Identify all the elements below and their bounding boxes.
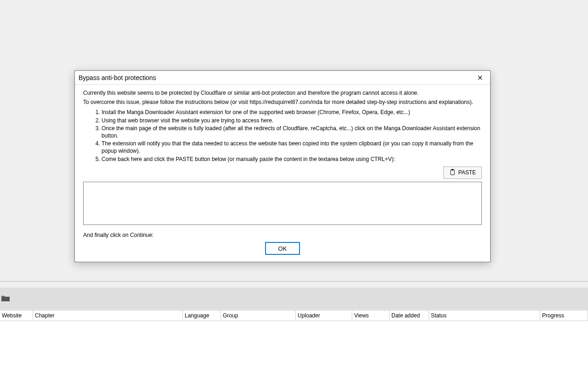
table-header: WebsiteChapterLanguageGroupUploaderViews… [0,310,588,321]
paste-textarea[interactable] [83,182,482,225]
close-button[interactable] [470,71,490,85]
dialog-titlebar[interactable]: Bypass anti-bot protections [75,71,490,85]
intro-text-2: To overcome this issue, please follow th… [83,98,482,106]
steps-list: Install the Manga Downloader Assistant e… [83,109,482,162]
paste-button-label: PASTE [458,169,476,176]
column-header[interactable]: Date added [390,310,429,321]
column-header[interactable]: Views [352,310,390,321]
final-text: And finally click on Continue: [83,231,482,239]
step-item: Using that web browser visit the website… [102,117,482,124]
bottom-toolbar [0,288,588,310]
folder-icon[interactable] [1,294,10,302]
step-item: Install the Manga Downloader Assistant e… [102,109,482,116]
table-body [0,321,588,368]
column-header[interactable]: Progress [540,310,588,321]
bypass-dialog: Bypass anti-bot protections Currently th… [74,70,491,262]
column-header[interactable]: Chapter [33,310,183,321]
intro-text-1: Currently this website seems to be prote… [83,89,482,97]
clipboard-icon [449,169,456,177]
column-header[interactable]: Uploader [296,310,352,321]
column-header[interactable]: Group [221,310,296,321]
dialog-title: Bypass anti-bot protections [79,74,156,81]
divider [0,281,588,282]
close-icon [478,74,482,81]
svg-rect-0 [451,170,454,175]
ok-button[interactable]: OK [266,242,300,254]
dialog-body: Currently this website seems to be prote… [75,85,490,262]
paste-button[interactable]: PASTE [443,167,482,179]
column-header[interactable]: Website [0,310,33,321]
step-item: Come back here and click the PASTE butto… [102,155,482,163]
svg-rect-1 [452,169,453,170]
step-item: Once the main page of the website is ful… [102,125,482,139]
column-header[interactable]: Status [429,310,540,321]
step-item: The extension will notify you that the d… [102,140,482,155]
column-header[interactable]: Language [183,310,221,321]
